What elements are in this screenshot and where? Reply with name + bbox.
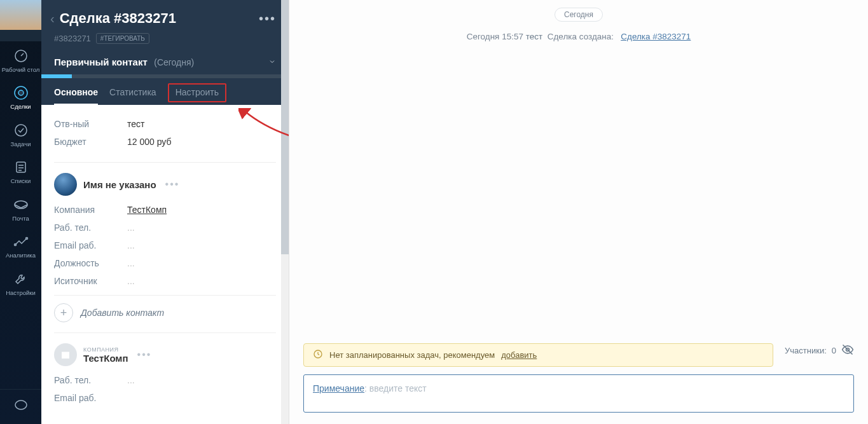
plus-icon: + [54,303,73,322]
feed-user: тест [526,32,542,41]
tag-button[interactable]: #ТЕГИРОВАТЬ [96,33,149,44]
field-value: ... [127,375,135,385]
nav-item-settings[interactable]: Настройки [0,264,41,301]
participants-row[interactable]: Участники: 0 [785,343,854,358]
nav-label: Списки [11,178,31,184]
tab-stats[interactable]: Статистика [109,87,156,105]
deal-id: #3823271 [54,34,91,43]
check-icon [13,122,29,139]
field-position[interactable]: Должность ... [54,254,276,272]
svg-point-2 [15,125,27,136]
note-label: Примечание [313,383,364,393]
participants-count: 0 [832,346,836,355]
wrench-icon [13,271,29,287]
field-value: ... [127,222,135,233]
svg-rect-8 [62,352,69,359]
add-contact-label: Добавить контакт [81,308,164,318]
field-label: Компания [54,205,127,215]
deals-icon [13,85,29,101]
nav-item-dashboard[interactable]: Рабочий стол [0,41,41,78]
day-chip: Сегодня [555,8,603,22]
nav-item-deals[interactable]: Сделки [0,78,41,115]
task-notice-text: Нет запланированных задач, рекомендуем [329,350,495,360]
field-value: ... [127,240,135,250]
add-task-link[interactable]: добавить [501,350,537,360]
field-work-email[interactable]: Email раб. ... [54,236,276,254]
field-label: Отв-ный [54,119,127,129]
tab-configure[interactable]: Настроить [168,83,226,102]
feed-entry: Сегодня 15:57 тест Сделка создана: Сделк… [303,32,854,41]
detail-header: ‹ Сделка #3823271 ••• #3823271 #ТЕГИРОВА… [41,0,289,105]
deal-detail-panel: ‹ Сделка #3823271 ••• #3823271 #ТЕГИРОВА… [41,0,289,424]
list-icon [13,159,29,175]
stage-progress-bar[interactable] [41,74,289,78]
nav-banner-image [0,0,41,41]
activity-feed: Сегодня Сегодня 15:57 тест Сделка создан… [289,0,868,424]
mail-icon [13,196,29,213]
nav-label: Задачи [11,141,31,147]
no-tasks-notice: Нет запланированных задач, рекомендуем д… [303,343,773,367]
field-company[interactable]: Компания ТестКомп [54,201,276,219]
company-card: КОМПАНИЯ ТестКомп ••• Раб. тел. ... Emai… [54,332,276,407]
field-label: Иситочник [54,276,127,286]
contact-avatar[interactable] [54,173,77,196]
contact-card: Имя не указано ••• Компания ТестКомп Раб… [54,162,276,290]
nav-label: Рабочий стол [2,67,40,73]
field-budget[interactable]: Бюджет 12 000 руб [54,133,276,151]
company-field-work-phone[interactable]: Раб. тел. ... [54,371,276,389]
nav-item-tasks[interactable]: Задачи [0,116,41,153]
company-more-icon[interactable]: ••• [137,349,152,360]
field-label: Раб. тел. [54,222,127,233]
detail-body: Отв-ный тест Бюджет 12 000 руб Имя не ук… [41,105,289,424]
field-label: Email раб. [54,393,127,403]
clock-icon [313,349,323,361]
nav-item-chat[interactable] [0,389,41,424]
field-value: ТестКомп [127,205,167,215]
field-label: Бюджет [54,137,127,147]
company-avatar[interactable] [54,343,77,366]
nav-item-analytics[interactable]: Аналитика [0,227,41,264]
company-small-label: КОМПАНИЯ [83,346,128,353]
field-value: ... [127,276,135,286]
note-input[interactable]: Примечание: введите текст [303,374,854,413]
feed-deal-link[interactable]: Сделка #3823271 [621,32,691,41]
participants-label: Участники: [785,346,827,355]
chat-icon [13,397,29,414]
company-name[interactable]: ТестКомп [83,353,128,364]
nav-label: Аналитика [6,252,36,259]
more-dots-icon[interactable]: ••• [259,11,276,26]
field-label: Email раб. [54,240,127,250]
feed-action: Сделка создана: [548,32,614,41]
feed-time: Сегодня 15:57 [467,32,523,41]
note-placeholder: : введите текст [364,383,427,393]
field-source[interactable]: Иситочник ... [54,272,276,290]
chevron-down-icon [268,57,276,68]
chart-icon [13,233,29,250]
back-chevron-icon[interactable]: ‹ [50,11,55,26]
nav-label: Настройки [6,290,36,296]
detail-tabs: Основное Статистика Настроить [54,87,276,105]
field-value: ... [127,258,135,268]
field-work-phone[interactable]: Раб. тел. ... [54,219,276,236]
field-responsible[interactable]: Отв-ный тест [54,115,276,133]
nav-label: Почта [12,215,29,222]
nav-item-mail[interactable]: Почта [0,190,41,227]
stage-selector[interactable]: Первичный контакт (Сегодня) [54,57,276,68]
panel-scrollbar[interactable] [281,0,289,424]
field-label: Должность [54,258,127,268]
nav-item-lists[interactable]: Списки [0,153,41,189]
eye-off-icon[interactable] [841,343,854,358]
company-field-work-email[interactable]: Email раб. [54,389,276,407]
field-label: Раб. тел. [54,375,127,385]
stage-name: Первичный контакт [54,57,148,67]
contact-name[interactable]: Имя не указано [83,179,156,190]
contact-more-icon[interactable]: ••• [165,179,180,190]
nav-sidebar: Рабочий стол Сделки Задачи Списки Почта … [0,0,41,424]
add-contact-button[interactable]: + Добавить контакт [54,295,276,330]
field-value: тест [127,119,144,129]
stage-date: (Сегодня) [154,57,194,67]
nav-label: Сделки [10,104,31,110]
tab-main[interactable]: Основное [54,87,98,105]
field-value: 12 000 руб [127,137,172,147]
deal-title[interactable]: Сделка #3823271 [60,10,176,27]
